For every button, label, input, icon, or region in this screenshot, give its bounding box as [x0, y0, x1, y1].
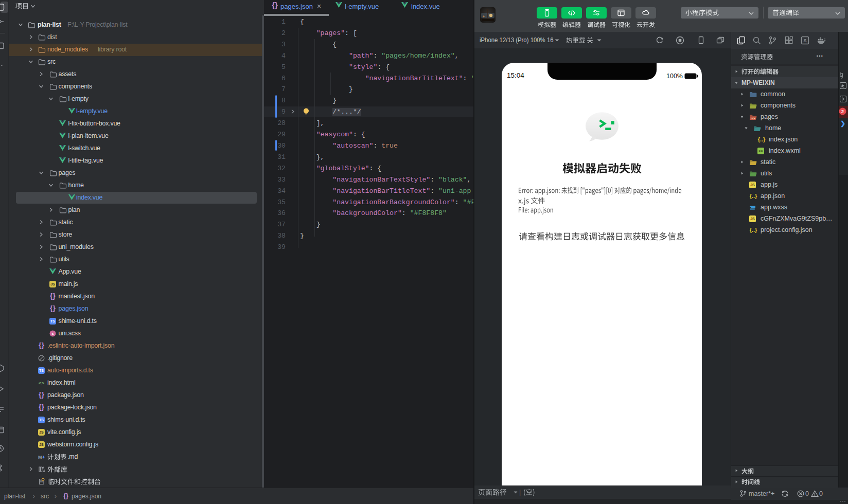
svg-text:{}: {} [39, 404, 44, 411]
svg-text:JS: JS [750, 217, 755, 221]
svg-text:JS: JS [39, 443, 44, 446]
svg-text:{}: {} [39, 392, 44, 399]
svg-text:{}: {} [63, 493, 68, 499]
svg-text:TS: TS [50, 319, 55, 323]
svg-text:JS: JS [50, 282, 55, 286]
svg-text:TS: TS [39, 369, 44, 372]
svg-text:{}: {} [50, 293, 56, 300]
svg-text:<>: <> [39, 381, 45, 386]
svg-text:S: S [803, 38, 806, 43]
svg-text:JS: JS [39, 430, 44, 434]
svg-text:TS: TS [39, 418, 44, 422]
svg-text:s: s [51, 331, 54, 336]
svg-text:{..}: {..} [758, 136, 766, 142]
svg-text:JS: JS [750, 183, 755, 187]
svg-text:{..}: {..} [750, 227, 757, 233]
svg-text:<>: <> [751, 117, 755, 120]
svg-text:{..}: {..} [750, 193, 757, 199]
svg-text:{}: {} [39, 343, 44, 349]
svg-text:2: 2 [841, 109, 844, 114]
svg-text:{}: {} [50, 305, 56, 312]
svg-text:M: M [38, 455, 42, 460]
svg-text:<>: <> [758, 149, 764, 153]
svg-text:{}: {} [272, 2, 278, 9]
